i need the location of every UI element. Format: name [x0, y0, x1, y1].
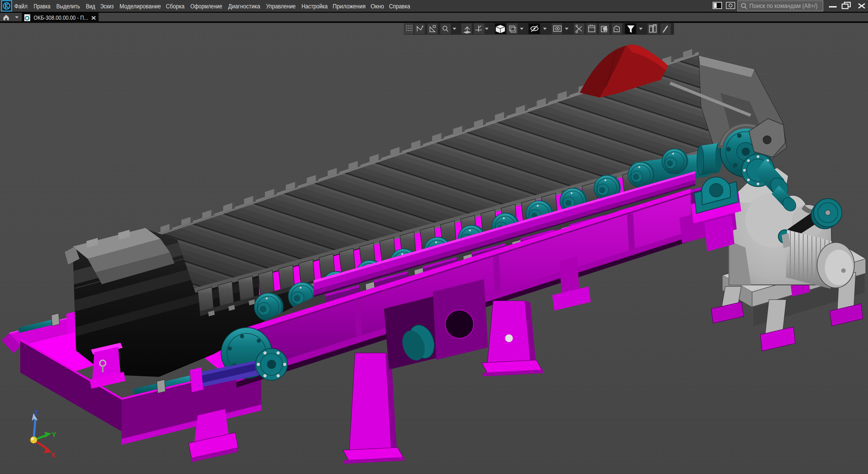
svg-text:Вид: Вид	[86, 3, 95, 10]
svg-text:Поиск по командам (Alt+/): Поиск по командам (Alt+/)	[749, 2, 817, 9]
svg-text:Управление: Управление	[266, 3, 296, 10]
svg-text:Y: Y	[52, 431, 56, 438]
svg-text:Справка: Справка	[389, 3, 410, 10]
svg-text:Моделирование: Моделирование	[120, 3, 161, 10]
svg-text:Z: Z	[34, 409, 38, 416]
svg-text:Окно: Окно	[371, 3, 384, 10]
svg-text:Диагностика: Диагностика	[228, 3, 260, 10]
svg-text:Приложения: Приложения	[333, 3, 366, 10]
svg-text:Эскиз: Эскиз	[100, 3, 114, 10]
svg-text:Настройка: Настройка	[302, 3, 328, 10]
svg-text:ОКБ-308.00.00.00 - П...: ОКБ-308.00.00.00 - П...	[34, 14, 88, 21]
svg-text:Правка: Правка	[34, 3, 51, 10]
svg-text:Сборка: Сборка	[166, 3, 185, 10]
svg-text:Оформление: Оформление	[190, 3, 222, 10]
svg-text:Выделить: Выделить	[56, 3, 80, 10]
svg-text:Файл: Файл	[14, 3, 28, 10]
svg-text:X: X	[51, 451, 56, 459]
